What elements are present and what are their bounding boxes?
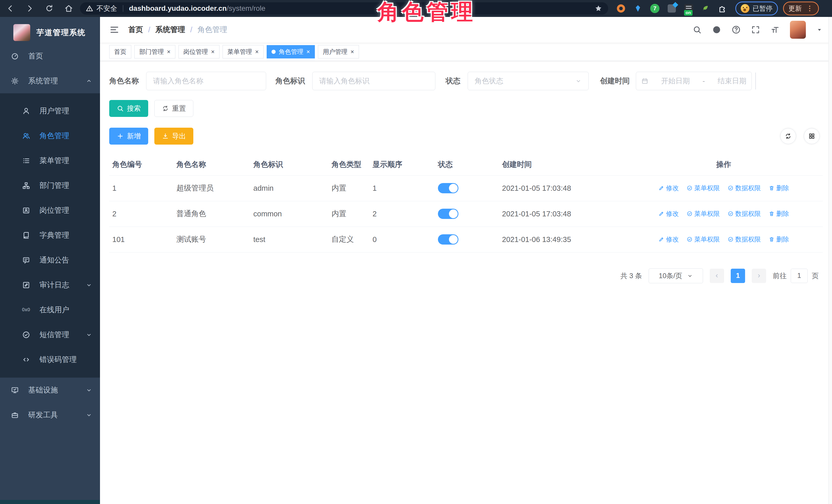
sidebar-item-label: 首页	[28, 51, 43, 61]
sidebar-item-dept[interactable]: 部门管理	[0, 173, 100, 198]
sidebar-item-home[interactable]: 首页	[0, 44, 100, 69]
role-key-placeholder: 请输入角色标识	[319, 76, 369, 86]
edit-action-link[interactable]: 修改	[658, 209, 679, 218]
sidebar-item-menu[interactable]: 菜单管理	[0, 148, 100, 173]
cell-sort: 2	[369, 201, 435, 227]
sidebar-item-error-code[interactable]: 错误码管理	[0, 347, 100, 372]
page-number-active[interactable]: 1	[731, 269, 745, 283]
search-icon[interactable]	[693, 25, 702, 34]
tab-post[interactable]: 岗位管理×	[178, 45, 219, 58]
tab-role[interactable]: 角色管理×	[267, 45, 315, 58]
status-toggle[interactable]	[438, 209, 459, 219]
bookmark-star-icon[interactable]	[594, 4, 602, 12]
browser-update-button[interactable]: 更新	[783, 2, 819, 16]
browser-back-icon[interactable]	[6, 4, 15, 13]
status-toggle[interactable]	[438, 234, 459, 244]
extensions-puzzle-icon[interactable]	[718, 3, 728, 14]
role-name-input[interactable]: 请输入角色名称	[146, 72, 266, 90]
avatar-caret-icon[interactable]	[816, 26, 823, 33]
tab-dept[interactable]: 部门管理×	[134, 45, 175, 58]
sidebar-item-dict[interactable]: 字典管理	[0, 223, 100, 248]
next-page-button[interactable]	[752, 269, 766, 283]
browser-forward-icon[interactable]	[25, 4, 34, 13]
edit-action-link[interactable]: 修改	[658, 235, 679, 243]
menu-perm-action-link[interactable]: 菜单权限	[686, 184, 720, 192]
date-range-picker[interactable]: 开始日期 - 结束日期	[636, 72, 752, 90]
sidebar-item-audit-log[interactable]: 审计日志	[0, 272, 100, 297]
browser-home-icon[interactable]	[64, 4, 73, 13]
hamburger-icon[interactable]	[109, 25, 120, 35]
ext-ring-icon[interactable]	[616, 3, 626, 14]
add-button[interactable]: 新增	[109, 128, 148, 144]
page-size-select[interactable]: 10条/页	[649, 268, 703, 283]
close-icon[interactable]: ×	[167, 49, 171, 55]
circle-check-icon	[686, 185, 693, 191]
column-header: 角色标识	[250, 154, 329, 175]
close-icon[interactable]: ×	[306, 49, 310, 55]
sidebar-item-role[interactable]: 角色管理	[0, 123, 100, 148]
security-warning-icon[interactable]	[86, 5, 93, 12]
tab-user[interactable]: 用户管理×	[318, 45, 359, 58]
sidebar-item-sms[interactable]: 短信管理	[0, 322, 100, 347]
menu-perm-action-link[interactable]: 菜单权限	[686, 209, 720, 218]
app-logo[interactable]: 芋道管理系统	[0, 17, 100, 44]
breadcrumb-item[interactable]: 系统管理	[155, 25, 185, 35]
reset-button[interactable]: 重置	[154, 100, 193, 117]
close-icon[interactable]: ×	[255, 49, 259, 55]
role-key-input[interactable]: 请输入角色标识	[312, 72, 435, 90]
sidebar-item-online-user[interactable]: 0x0在线用户	[0, 297, 100, 322]
browser-reload-icon[interactable]	[45, 4, 54, 13]
data-perm-action-link[interactable]: 数据权限	[728, 184, 761, 192]
delete-action-link[interactable]: 删除	[769, 184, 789, 192]
tab-menu[interactable]: 菜单管理×	[223, 45, 264, 58]
status-select[interactable]: 角色状态	[468, 72, 589, 90]
font-size-icon[interactable]	[771, 25, 780, 34]
close-icon[interactable]: ×	[350, 49, 354, 55]
table-refresh-button[interactable]	[780, 128, 796, 144]
date-range-separator: -	[703, 77, 705, 85]
data-perm-action-link[interactable]: 数据权限	[728, 209, 761, 218]
cell-type: 内置	[329, 201, 369, 227]
user-avatar[interactable]	[790, 21, 806, 39]
tab-label: 用户管理	[323, 48, 347, 56]
tab-home[interactable]: 首页	[109, 45, 131, 58]
page-scrollbar[interactable]	[828, 17, 832, 504]
delete-action-link[interactable]: 删除	[769, 235, 789, 243]
ext-notes-icon[interactable]: on	[683, 3, 694, 14]
edit-action-link[interactable]: 修改	[658, 184, 679, 192]
breadcrumb-item[interactable]: 首页	[128, 25, 143, 35]
menu-list-icon	[21, 156, 31, 165]
ext-grid-icon[interactable]	[667, 3, 677, 14]
tab-label: 部门管理	[139, 48, 164, 56]
circle-check-icon	[728, 211, 733, 217]
ext-green-badge-icon[interactable]: 7	[650, 3, 660, 14]
ext-gem-icon[interactable]	[633, 3, 643, 14]
fullscreen-icon[interactable]	[751, 25, 760, 34]
cell-actions: 修改菜单权限数据权限删除	[625, 227, 823, 252]
sidebar-item-notice[interactable]: 通知公告	[0, 248, 100, 272]
sidebar-item-infra[interactable]: 基础设施	[0, 378, 100, 402]
sidebar-item-user[interactable]: 用户管理	[0, 99, 100, 123]
github-icon[interactable]	[712, 25, 721, 34]
profile-paused-pill[interactable]: 已暂停	[735, 2, 778, 16]
browser-menu-icon[interactable]	[806, 5, 813, 12]
delete-action-link[interactable]: 删除	[769, 209, 789, 218]
help-icon[interactable]	[731, 25, 741, 34]
sidebar-item-post[interactable]: 岗位管理	[0, 198, 100, 223]
action-label: 数据权限	[735, 209, 761, 218]
chevron-up-icon	[86, 78, 92, 84]
close-icon[interactable]: ×	[211, 49, 215, 55]
sidebar-item-dev-tools[interactable]: 研发工具	[0, 402, 100, 427]
menu-perm-action-link[interactable]: 菜单权限	[686, 235, 720, 243]
prev-page-button[interactable]	[710, 269, 724, 283]
address-bar[interactable]: 不安全 dashboard.yudao.iocoder.cn /system/r…	[80, 2, 608, 15]
status-toggle[interactable]	[438, 183, 459, 193]
search-button[interactable]: 搜索	[109, 100, 148, 117]
column-settings-button[interactable]	[804, 128, 820, 144]
sidebar-item-system[interactable]: 系统管理	[0, 69, 100, 93]
goto-page-input[interactable]: 1	[791, 269, 808, 283]
sidebar-submenu: 用户管理角色管理菜单管理部门管理岗位管理字典管理通知公告审计日志0x0在线用户短…	[0, 93, 100, 378]
export-button[interactable]: 导出	[154, 128, 193, 144]
data-perm-action-link[interactable]: 数据权限	[728, 235, 761, 243]
ext-leaf-icon[interactable]	[700, 3, 711, 14]
